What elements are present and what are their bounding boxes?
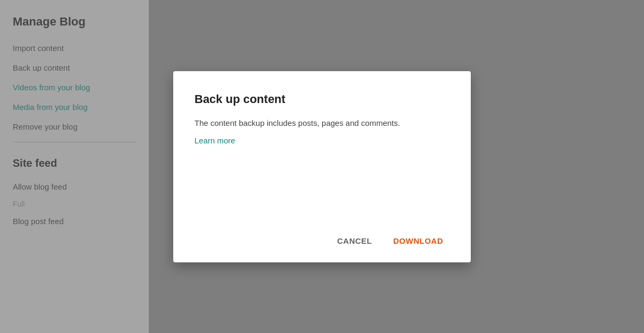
modal-dialog: Back up content The content backup inclu… bbox=[173, 71, 471, 262]
modal-spacer bbox=[194, 145, 450, 202]
download-button[interactable]: DOWNLOAD bbox=[387, 232, 450, 250]
modal-learn-more-link[interactable]: Learn more bbox=[194, 136, 450, 145]
modal-overlay: Back up content The content backup inclu… bbox=[0, 0, 644, 333]
modal-body-text: The content backup includes posts, pages… bbox=[194, 117, 450, 130]
modal-actions: CANCEL DOWNLOAD bbox=[194, 224, 450, 250]
cancel-button[interactable]: CANCEL bbox=[331, 232, 379, 250]
modal-title: Back up content bbox=[194, 92, 450, 106]
